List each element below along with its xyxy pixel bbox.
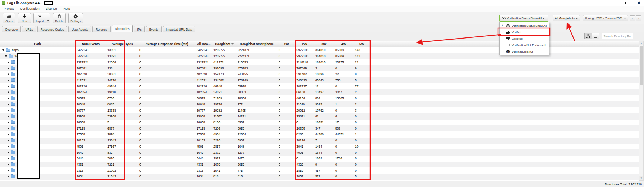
tree-expander-icon[interactable]	[8, 97, 9, 99]
scroll-down-arrow-icon[interactable]: ▼	[639, 176, 643, 180]
column-header-num-events[interactable]: Num Events	[75, 41, 106, 47]
menu-item[interactable]: Configuration	[20, 7, 40, 10]
table-row[interactable]: 402328 38581 0 402328 159173 243155 0 39…	[0, 71, 644, 77]
column-header-average-bytes[interactable]: Average Bytes	[106, 41, 138, 47]
column-header-all-googlebots[interactable]: All Goo...	[196, 41, 212, 47]
maximize-button[interactable]	[623, 2, 626, 4]
bots-dropdown[interactable]: All Googlebots	[553, 15, 580, 21]
table-row[interactable]: 2316 21002 0 2316 1541 775 0 1859 457 0 …	[0, 167, 644, 174]
tree-expander-icon[interactable]	[8, 85, 9, 87]
scrollbar-thumb[interactable]	[640, 46, 643, 85]
tree-expander-icon[interactable]	[8, 121, 9, 123]
table-row[interactable]: 1322524 12366 0 1322524 412171 910353 0 …	[0, 59, 644, 65]
tree-expander-icon[interactable]	[8, 61, 9, 63]
cell-googlebot-smartphone: 11495	[236, 107, 277, 113]
verification-status-dropdown[interactable]: Verification Status Show All	[499, 15, 548, 22]
table-row[interactable]: 30777 13338 0 30777 19282 11495 0 20012 …	[0, 107, 644, 113]
tree-expander-icon[interactable]	[8, 91, 9, 93]
table-row[interactable]: 4331 7291 0 4331 1679 2652 0 4322 9 0 0	[0, 162, 644, 168]
tree-expander-icon[interactable]	[8, 103, 9, 105]
table-row[interactable]: 3448 3020 0 3448 1972 1476 0 0 1662 1786…	[0, 156, 644, 162]
vertical-scrollbar[interactable]: ▲ ▼	[639, 41, 644, 181]
close-button[interactable]: ✕	[637, 1, 640, 5]
menu-item[interactable]: Help	[64, 7, 70, 10]
menu-item[interactable]: Project	[4, 7, 14, 10]
tree-expander-icon[interactable]	[8, 163, 9, 166]
column-header-average-response-time[interactable]: Average Response Time (ms)	[138, 41, 196, 47]
tree-expander-icon[interactable]	[8, 152, 9, 154]
open-button[interactable]: Open	[3, 13, 15, 23]
previous-period-button[interactable]: ‹	[630, 15, 635, 21]
delete-button[interactable]: Delete	[53, 13, 66, 23]
tab[interactable]: IPs	[134, 26, 144, 32]
table-row[interactable]: 97538 2898 0 97538 4904 92634 0 8286 445…	[0, 131, 644, 138]
column-header-4xx[interactable]: 4xx	[334, 41, 354, 47]
table-row[interactable]: 767881 138 0 767881 291098 476783 0 7678…	[0, 65, 644, 71]
tree-expander-icon[interactable]	[8, 175, 9, 177]
table-row[interactable]: 102654 19118 0 102654 34621 68033 0 8610…	[0, 89, 644, 95]
tab[interactable]: Directories	[112, 25, 133, 32]
date-range-dropdown[interactable]: 6 lutego 2021 - 7 marca 2021	[583, 15, 628, 21]
tree-view-toggle[interactable]	[584, 33, 592, 39]
table-row[interactable]: 20048 8085 0 20048 19776 272 0 11020 902…	[0, 101, 644, 107]
tab[interactable]: Overview	[2, 26, 21, 32]
tree-expander-icon[interactable]	[8, 115, 9, 117]
menu-item[interactable]: Licence	[46, 7, 57, 10]
tree-expander-icon[interactable]	[8, 133, 9, 135]
cell-average-response-time: 0	[138, 144, 196, 150]
table-row[interactable]: 4505 17567 0 4505 2857 1648 0 3041 1454 …	[0, 144, 644, 150]
column-header-googlebot-smartphone[interactable]: Googlebot Smartphone	[236, 41, 277, 47]
import-dropdown-button[interactable]	[46, 13, 50, 23]
verification-menu-item[interactable]: Verification Error	[500, 48, 549, 55]
column-header-1xx[interactable]: 1xx	[277, 41, 295, 47]
import-button[interactable]: Import	[33, 13, 46, 23]
tree-expander-icon[interactable]	[8, 73, 9, 75]
tab[interactable]: User Agents	[68, 26, 91, 32]
tree-expander-icon[interactable]	[8, 127, 9, 130]
table-row[interactable]: 17158 6837 0 17158 7206 9952 0 16305 347…	[0, 125, 644, 131]
tab[interactable]: Referers	[92, 26, 111, 32]
table-row[interactable]: 10133 13643 0 10133 3226 6907 0 10126 7 …	[0, 138, 644, 144]
tree-expander-icon[interactable]	[8, 157, 9, 159]
table-row[interactable]: 16668 5 0 16668 8106 8562 0 0 16651 17 0	[0, 120, 644, 126]
cell-googlebot-smartphone: 92634	[236, 131, 277, 138]
tree-expander-icon[interactable]	[5, 55, 7, 57]
cell-4xx: 0	[334, 83, 354, 89]
table-row[interactable]: 102226 49744 0 102226 46248 55978 0 1021…	[0, 83, 644, 89]
tree-expander-icon[interactable]	[8, 139, 9, 141]
tab[interactable]: Events	[146, 26, 162, 32]
table-row[interactable]: 1634 21543 0 1634 818 816 0 1057 572 0 5	[0, 174, 644, 180]
verification-menu-item[interactable]: Verification Not Performed	[500, 42, 549, 48]
minimize-button[interactable]: —	[608, 1, 611, 5]
tab[interactable]: URLs	[22, 26, 36, 32]
column-header-path[interactable]: Path	[0, 41, 75, 47]
verification-menu-item[interactable]: Verification Status Show All	[500, 22, 549, 29]
next-period-button[interactable]: ›	[636, 15, 641, 21]
column-header-2xx[interactable]: 2xx	[295, 41, 314, 47]
folder-icon	[11, 169, 15, 172]
column-header-5xx[interactable]: 5xx	[354, 41, 370, 47]
tree-expander-icon[interactable]	[2, 49, 4, 51]
tree-expander-icon[interactable]	[8, 67, 9, 69]
tree-expander-icon[interactable]	[8, 79, 9, 81]
search-input[interactable]	[602, 33, 633, 39]
tab[interactable]: Imported URL Data	[163, 26, 196, 32]
table-row[interactable]: 5649 832 0 5649 2372 3277 0 4005 1644 0 …	[0, 149, 644, 156]
column-header-3xx[interactable]: 3xx	[314, 41, 334, 47]
cell-5xx: 21	[354, 59, 370, 65]
new-button[interactable]: New	[18, 13, 31, 23]
scroll-up-arrow-icon[interactable]: ▲	[639, 41, 643, 45]
table-row[interactable]: 25938 33968 0 25938 11667 14271 0 25871 …	[0, 113, 644, 120]
verification-menu-item[interactable]: Verified	[500, 29, 549, 35]
tab[interactable]: Response Codes	[37, 26, 67, 32]
table-row[interactable]: 412631 14170 0 412631 134382 278249 0 34…	[0, 77, 644, 84]
settings-button[interactable]: Settings	[68, 13, 83, 23]
verification-menu-item[interactable]: Spoofed	[500, 35, 549, 42]
table-row[interactable]: 60575 6766 0 60575 31769 28806 0 46166 8…	[0, 95, 644, 102]
list-view-toggle[interactable]	[592, 33, 599, 39]
tree-expander-icon[interactable]	[8, 145, 9, 148]
bots-label: All Googlebots	[555, 17, 575, 20]
tree-expander-icon[interactable]	[8, 170, 9, 172]
column-header-googlebot[interactable]: Googlebot	[212, 41, 236, 47]
tree-expander-icon[interactable]	[8, 109, 9, 112]
